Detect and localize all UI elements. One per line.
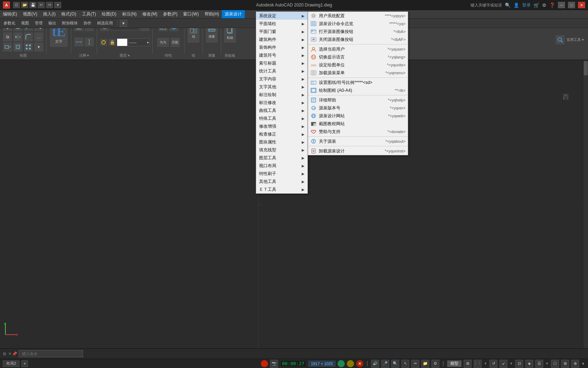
submenu-select-user[interactable]: 选择当前用户 *<yquser> [308, 45, 408, 53]
menu-window[interactable]: 窗口(W) [180, 10, 201, 18]
menu-dim[interactable]: 标注(N) [119, 10, 140, 18]
login-btn[interactable]: 登录 [522, 2, 531, 8]
sync-btn[interactable]: ↺ [489, 360, 497, 368]
menu-edit[interactable]: 编辑(E) [0, 10, 20, 18]
menu-modify[interactable]: 修改(M) [139, 10, 160, 18]
pencil-btn[interactable]: ✏ [411, 360, 419, 368]
tb2-output[interactable]: 输出 [46, 19, 58, 27]
folder-btn[interactable]: 📁 [421, 360, 429, 368]
new-btn[interactable]: 🗋 [13, 2, 20, 8]
undo-btn[interactable]: ↩ [38, 2, 45, 8]
scale-btn[interactable] [13, 42, 23, 52]
extra-btn3[interactable]: ☰ [535, 360, 543, 368]
settings-icon[interactable]: ⚙ [542, 3, 546, 8]
menu-item-dim-modify[interactable]: 标注修改 ▶ [256, 99, 307, 107]
submenu-version[interactable]: ver 源泉版本号 *<yqver> [308, 104, 408, 112]
tb2-modules[interactable]: 附加模块 [60, 19, 80, 27]
camera-btn[interactable]: 📷 [270, 360, 278, 368]
save-btn[interactable]: 💾 [29, 2, 37, 8]
redo-btn[interactable]: ↪ [46, 2, 53, 8]
menu-item-arch-symbol[interactable]: 建筑符号 ▶ [256, 51, 307, 59]
submenu-tutorial-web[interactable]: 截图教程网站 [308, 120, 408, 128]
more2-btn[interactable]: ▾ [34, 42, 44, 52]
menu-item-block-attr[interactable]: 图块属性 ▶ [256, 138, 307, 146]
submenu-about[interactable]: 关于源泉 *<yqabout> [308, 137, 408, 145]
menu-item-layer-tools[interactable]: 图层工具 ▶ [256, 154, 307, 162]
submenu-uninstall[interactable]: 卸载源泉设计 *<yquninst> [308, 147, 408, 155]
layer-prop1[interactable] [100, 38, 107, 46]
submenu-donate[interactable]: 赞助与支持 *<donate> [308, 128, 408, 136]
menu-item-stats-tools[interactable]: 统计工具 ▶ [256, 67, 307, 75]
scroll-down-btn[interactable]: ▼ [581, 362, 585, 366]
status-btn-green[interactable] [338, 360, 345, 367]
more-btn[interactable]: … [34, 32, 44, 42]
tb2-apps[interactable]: 精选应用 [95, 19, 115, 27]
status-btn-minimize[interactable] [347, 360, 354, 367]
customize-btn[interactable]: ▾ [54, 2, 61, 8]
anno-btn4[interactable] [84, 37, 94, 47]
fillet-btn[interactable] [23, 32, 33, 42]
open-btn[interactable]: 📂 [21, 2, 28, 8]
submenu-website[interactable]: 源泉设计网站 *<yqweb> [308, 112, 408, 120]
linetype-selector[interactable]: —— ▾ [128, 38, 150, 46]
submenu-load-menu[interactable]: 加载源泉菜单 *<yqmenu> [308, 69, 408, 77]
submenu-set-scale[interactable]: 设置图纸/符号比例*****<sd> [308, 79, 408, 86]
array-btn[interactable] [23, 42, 33, 52]
menu-item-viewport-layout[interactable]: 视口布局 ▶ [256, 162, 307, 170]
zoom-btn[interactable] [555, 35, 565, 45]
record-btn[interactable] [261, 360, 268, 367]
submenu-close-img-btn[interactable]: 关闭源泉图像按钮 *<tbAF> [308, 36, 408, 43]
menu-item-door-window[interactable]: 平面门窗 ▶ [256, 28, 307, 36]
menu-item-dim-draw[interactable]: 标注绘制 ▶ [256, 91, 307, 99]
menu-view[interactable]: 视图(V) [20, 10, 40, 18]
set-default-btn[interactable]: 为为 [157, 37, 169, 47]
submenu-set-units[interactable]: mm 设定绘图单位 *<yqunits> [308, 61, 408, 69]
tb2-extra-dropdown[interactable]: ▼ [120, 20, 127, 27]
menu-item-prop-brush[interactable]: 特性刷子 ▶ [256, 170, 307, 178]
color-swatch[interactable] [117, 38, 128, 46]
menu-item-curve-tools[interactable]: 曲线工具 ▶ [256, 107, 307, 114]
extra-btn1[interactable]: ⊡ [515, 360, 523, 368]
pin-tab-btn[interactable]: 📌 [12, 352, 17, 356]
search-btn[interactable]: 🔍 [391, 360, 399, 368]
menu-item-text-other[interactable]: 文字其他 ▶ [256, 83, 307, 91]
tb2-view[interactable]: 视图 [19, 19, 31, 27]
menu-yuanquan[interactable]: 源泉设计 [222, 10, 245, 18]
anno-btn3[interactable] [74, 37, 84, 47]
close-tab-btn[interactable]: ✕ [8, 352, 11, 356]
menu-format[interactable]: 格式(O) [58, 10, 79, 18]
submenu-user-sys-config[interactable]: 用户系统配置 ****<yqsys> [308, 12, 408, 20]
extra-btn2[interactable]: ◈ [525, 360, 533, 368]
menu-item-check-correct[interactable]: 检查修正 ▶ [256, 130, 307, 138]
submenu-cmd-overview[interactable]: 源泉设计命令总览 *****<yq> [308, 20, 408, 28]
command-input-area[interactable] [19, 350, 83, 357]
menu-item-modify-enhance[interactable]: 修改增强 ▶ [256, 122, 307, 130]
menu-item-special-tools[interactable]: 特殊工具 ▶ [256, 114, 307, 122]
layer-prop2[interactable]: 🔒 [108, 38, 116, 46]
stretch-btn[interactable] [3, 42, 13, 52]
tb2-collab[interactable]: 协作 [81, 19, 94, 27]
menu-item-wall-column[interactable]: 平面墙柱 ▶ [256, 20, 307, 28]
speaker-btn[interactable]: 🔊 [371, 360, 379, 368]
mic-btn[interactable]: 🎤 [381, 360, 389, 368]
menu-item-decor-component[interactable]: 装饰构件 ▶ [256, 43, 307, 51]
menu-item-text-content[interactable]: 文字内容 ▶ [256, 75, 307, 83]
menu-tools[interactable]: 工具(T) [79, 10, 99, 18]
menu-item-index-title[interactable]: 索引标题 ▶ [256, 59, 307, 67]
model-tab[interactable]: 模型 [447, 360, 462, 367]
vertical-scrollbar[interactable] [583, 61, 588, 348]
cursor-btn[interactable]: ↖ [401, 360, 409, 368]
command-input[interactable] [20, 350, 81, 357]
submenu-switch-lang[interactable]: 切换提示语言 *<yqlang> [308, 53, 408, 61]
vp-btn3[interactable]: ⊕ [571, 360, 579, 368]
cart-icon[interactable]: 🛒 [534, 3, 539, 8]
submenu-detail-help[interactable]: 详细帮助 *<yqhelp> [308, 96, 408, 104]
menu-item-system-settings[interactable]: 系统设定 ▶ [256, 12, 307, 20]
menu-item-fill-linetype[interactable]: 填充线型 ▶ [256, 146, 307, 154]
search-box[interactable]: 键入关键字或短语 [470, 3, 502, 8]
menu-item-other-tools[interactable]: 其他工具 ▶ [256, 178, 307, 185]
vp-btn1[interactable]: ⬡ [551, 360, 559, 368]
close-btn[interactable]: ✕ [578, 2, 585, 8]
grid-btn[interactable]: ⊞ [464, 360, 472, 368]
maximize-btn[interactable]: □ [568, 2, 575, 8]
